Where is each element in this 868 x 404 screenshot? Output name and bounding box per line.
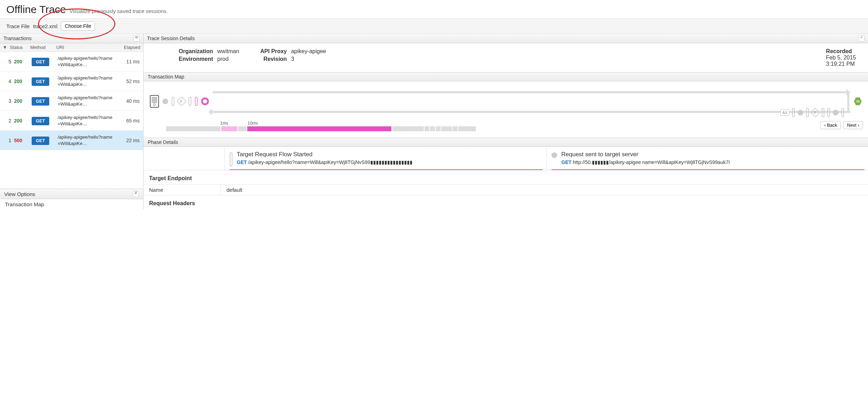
flow-node-pill[interactable] — [827, 108, 830, 117]
tx-status: 200 — [14, 118, 32, 124]
trace-file-label: Trace File — [6, 23, 30, 29]
flow-node-pill[interactable] — [172, 97, 174, 106]
client-phone-icon[interactable] — [150, 95, 159, 108]
transaction-row[interactable]: 4200GET/apikey-apigee/hello?name=Will&ap… — [0, 71, 143, 91]
method-badge: GET — [32, 137, 49, 145]
org-label: Organization — [179, 48, 213, 55]
phase-method: GET — [237, 159, 247, 165]
expand-right-button[interactable]: ⤢ — [858, 35, 864, 42]
tx-status: 200 — [14, 78, 32, 84]
env-value: prod — [217, 56, 239, 62]
trace-details-title: Trace Session Details — [147, 36, 195, 41]
phase-title: Request sent to target server — [561, 151, 730, 158]
transaction-map-header: Transaction Map — [143, 72, 868, 81]
kv-key: Name — [143, 185, 221, 195]
transaction-row[interactable]: 1500GET/apikey-apigee/hello?name=Will&ap… — [0, 131, 143, 150]
tx-uri: /apikey-apigee/hello?name=Will&apiKe… — [58, 95, 116, 107]
transaction-row[interactable]: 2200GET/apikey-apigee/hello?name=Will&ap… — [0, 111, 143, 131]
tx-num: 5 — [0, 59, 14, 64]
flow-node-pill-pink[interactable] — [195, 97, 198, 106]
phase-dot-icon — [551, 152, 557, 158]
flow-node-selected-icon[interactable] — [201, 97, 209, 105]
flow-node-dot[interactable] — [798, 110, 803, 115]
choose-file-button[interactable]: Choose File — [61, 21, 95, 31]
flow-node-dot[interactable] — [833, 110, 838, 115]
trace-file-row: Trace File trace2.xml Choose File — [0, 19, 868, 34]
tx-num: 4 — [0, 78, 14, 84]
col-method[interactable]: Method — [30, 45, 56, 50]
page-header: Offline Trace Visualize previously saved… — [0, 0, 868, 19]
col-elapsed[interactable]: Elapsed — [116, 45, 143, 50]
phase-cell-request-flow[interactable]: Target Request Flow Started GET /apikey-… — [224, 147, 546, 170]
tx-elapsed: 52 ms — [116, 78, 143, 84]
method-badge: GET — [32, 97, 49, 106]
tx-num: 2 — [0, 118, 14, 124]
view-options-header[interactable]: View Options ⇵ — [0, 189, 143, 199]
transaction-map: F AX F — [143, 81, 868, 138]
page-title: Offline Trace — [6, 4, 66, 15]
revision-label: Revision — [260, 56, 287, 62]
collapse-left-button[interactable]: ≪ — [133, 35, 140, 42]
flow-node-pill[interactable] — [189, 97, 191, 106]
tx-uri: /apikey-apigee/hello?name=Will&apiKe… — [58, 75, 116, 87]
sort-arrow-icon[interactable]: ▼ — [0, 45, 10, 50]
flow-node-pill[interactable] — [841, 108, 844, 117]
transaction-row[interactable]: 5200GET/apikey-apigee/hello?name=Will&ap… — [0, 52, 143, 71]
back-button[interactable]: ‹ Back — [820, 121, 841, 129]
col-uri[interactable]: URI — [56, 45, 116, 50]
phase-row: Target Request Flow Started GET /apikey-… — [143, 147, 868, 170]
trace-details-panel: Trace Session Details ⤢ Organization wwi… — [143, 34, 868, 209]
kv-row-name: Name default — [143, 184, 868, 195]
transactions-panel-header: Transactions ≪ — [0, 34, 143, 43]
proxy-label: API Proxy — [260, 48, 287, 55]
flow-node-pill[interactable] — [792, 108, 795, 117]
tx-elapsed: 22 ms — [116, 138, 143, 143]
method-badge: GET — [32, 77, 49, 86]
page-subtitle: Visualize previously saved trace session… — [69, 8, 168, 14]
tx-uri: /apikey-apigee/hello?name=Will&apiKe… — [58, 55, 116, 68]
view-options-title: View Options — [4, 191, 35, 197]
session-meta: Organization wwitman Environment prod AP… — [143, 43, 868, 72]
timing-label-10ms: 10ms — [248, 121, 258, 126]
trace-details-header: Trace Session Details ⤢ — [143, 34, 868, 43]
timing-bar — [166, 126, 856, 131]
flow-node-f-icon[interactable]: F — [810, 108, 820, 118]
transactions-panel: Transactions ≪ ▼ Status Method URI Elaps… — [0, 34, 143, 209]
tx-num: 1 — [0, 138, 14, 143]
tx-method: GET — [32, 138, 58, 143]
transactions-header-row: ▼ Status Method URI Elapsed — [0, 43, 143, 52]
target-js-icon[interactable]: JS — [854, 97, 862, 105]
flow-node-ax[interactable]: AX — [780, 109, 789, 116]
tx-num: 3 — [0, 98, 14, 104]
timing-label-1ms: 1ms — [220, 121, 228, 126]
tx-elapsed: 11 ms — [116, 59, 143, 64]
flow-node-dot[interactable] — [162, 99, 168, 104]
next-button[interactable]: Next › — [843, 121, 863, 129]
tx-elapsed: 40 ms — [116, 98, 143, 104]
phase-cell-target-request[interactable]: Request sent to target server GET http:/… — [546, 147, 868, 170]
transactions-panel-title: Transactions — [4, 36, 32, 41]
org-value: wwitman — [217, 48, 239, 55]
env-label: Environment — [179, 56, 213, 62]
view-option-transaction-map[interactable]: Transaction Map — [0, 199, 143, 209]
flow-node-f-icon[interactable]: F — [177, 96, 186, 106]
flow-node-pill[interactable] — [806, 108, 809, 117]
phase-method: GET — [561, 159, 572, 165]
view-options-toggle-icon[interactable]: ⇵ — [133, 191, 139, 197]
recorded-block: Recorded Feb 5, 2015 3:19:21 PM — [826, 48, 862, 67]
transaction-row[interactable]: 3200GET/apikey-apigee/hello?name=Will&ap… — [0, 91, 143, 111]
phase-title: Target Request Flow Started — [237, 151, 413, 158]
col-status[interactable]: Status — [10, 45, 30, 50]
proxy-value: apikey-apigee — [291, 48, 326, 55]
phase-bar-icon — [230, 152, 232, 166]
tx-uri: /apikey-apigee/hello?name=Will&apiKe… — [58, 114, 116, 127]
tx-status: 500 — [14, 138, 32, 143]
arrow-left-icon — [208, 109, 212, 115]
recorded-date: Feb 5, 2015 — [826, 55, 856, 61]
tx-uri: /apikey-apigee/hello?name=Will&apiKe… — [58, 134, 116, 146]
phase-url: http://50.▮▮▮▮▮▮/apikey-apigee name=Will… — [573, 159, 730, 165]
flow-node-pill[interactable] — [822, 108, 824, 117]
flow-line: AX F — [212, 88, 850, 114]
phase-details-header: Phase Details — [143, 138, 868, 147]
tx-elapsed: 65 ms — [116, 118, 143, 124]
